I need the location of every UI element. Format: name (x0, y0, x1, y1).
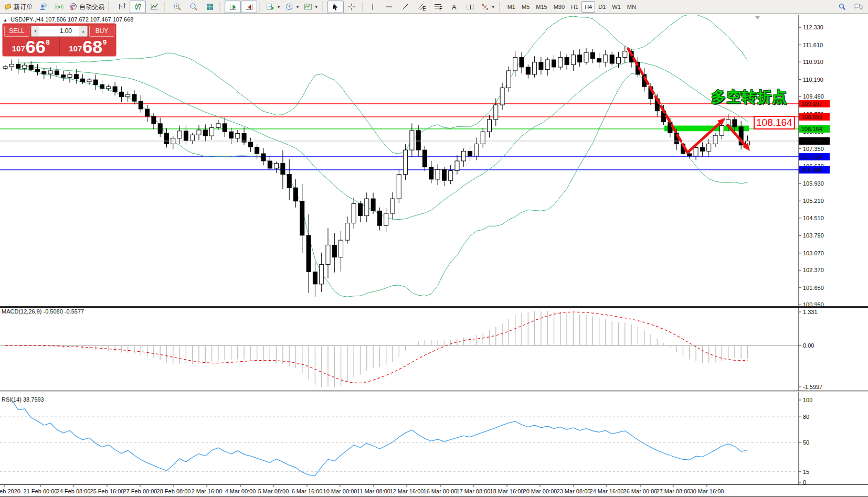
svg-text:103.790: 103.790 (803, 232, 824, 239)
svg-text:19 Feb 2020: 19 Feb 2020 (0, 488, 20, 494)
channel-button[interactable]: E (414, 1, 430, 13)
new-order-icon (4, 3, 12, 11)
fibonacci-button[interactable]: F (430, 1, 446, 13)
svg-text:20 Mar 00:00: 20 Mar 00:00 (523, 488, 557, 494)
sell-price-pips: 66 (26, 39, 46, 55)
signal-icon (55, 3, 63, 11)
tf-button-m5[interactable]: M5 (518, 1, 533, 13)
cursor-button[interactable] (327, 1, 344, 13)
volume-up-button[interactable]: ▲ (79, 26, 87, 36)
toolbar-grip (219, 2, 223, 12)
svg-text:107.668: 107.668 (801, 138, 822, 144)
trendline-button[interactable] (397, 1, 414, 13)
zoom-out-button[interactable] (185, 1, 202, 13)
clock-icon (285, 3, 293, 11)
volume-input[interactable]: 1.00 (39, 26, 79, 36)
auto-scroll-icon (229, 3, 237, 11)
svg-text:18 Mar 16:00: 18 Mar 16:00 (490, 488, 524, 494)
svg-text:25 Feb 16:00: 25 Feb 16:00 (90, 488, 124, 494)
main-chart-canvas[interactable]: 112.330111.610110.910110.190109.490108.7… (0, 15, 868, 306)
arrows-icon (481, 3, 489, 11)
buy-price-figure: 107 (69, 44, 82, 53)
trendline-icon (401, 3, 409, 11)
svg-text:2 Mar 16:00: 2 Mar 16:00 (192, 488, 223, 494)
vertical-line-icon (368, 3, 377, 11)
templates-button[interactable]: ▼ (302, 1, 321, 13)
callout-text-object[interactable]: 多空转折点 (701, 87, 787, 107)
svg-text:T: T (469, 4, 472, 10)
rsi-title: RSI(14) (2, 396, 22, 403)
fibonacci-icon: F (433, 3, 442, 11)
svg-text:-1.5997: -1.5997 (803, 384, 822, 390)
vertical-line-button[interactable] (365, 1, 381, 13)
auto-trading-button[interactable]: 自动交易 (67, 1, 107, 13)
svg-text:106.486: 106.486 (801, 167, 822, 173)
bar-chart-icon (118, 3, 126, 11)
chat-button[interactable] (850, 1, 866, 13)
line-chart-button[interactable] (146, 1, 162, 13)
svg-text:24 Feb 08:00: 24 Feb 08:00 (57, 488, 91, 494)
tf-button-m30[interactable]: M30 (551, 1, 568, 13)
svg-text:112.330: 112.330 (803, 24, 823, 30)
add-indicator-button[interactable]: ▼ (264, 1, 283, 13)
svg-text:30 Mar 16:00: 30 Mar 16:00 (690, 488, 724, 494)
time-axis[interactable]: 19 Feb 202021 Feb 00:0024 Feb 08:0025 Fe… (0, 484, 868, 497)
shapes-caret: ▼ (491, 5, 495, 9)
sell-price-button[interactable]: 107 66 8 (3, 37, 59, 56)
svg-text:4 Mar 00:00: 4 Mar 00:00 (225, 488, 256, 494)
svg-text:1.331: 1.331 (803, 309, 818, 315)
svg-text:101.650: 101.650 (803, 285, 824, 291)
svg-text:28 Feb 08:00: 28 Feb 08:00 (157, 488, 191, 494)
text-label-button[interactable]: T (462, 1, 479, 13)
text-button[interactable]: A (446, 1, 462, 13)
chart-shift-button[interactable] (241, 1, 257, 13)
tile-windows-button[interactable] (202, 1, 218, 13)
chart-title: ▲ USDJPY-,H4 107.506 107.672 107.467 107… (3, 16, 133, 23)
macd-indicator-label: MACD(12,26,9) -0.5080 -0.5577 (2, 308, 84, 315)
candlestick-chart-button[interactable] (130, 1, 146, 13)
svg-text:17 Mar 08:00: 17 Mar 08:00 (457, 488, 491, 494)
tf-button-w1[interactable]: W1 (609, 1, 624, 13)
profiles-button[interactable] (35, 1, 51, 13)
toolbar: 新订单 自动交易 (0, 0, 868, 14)
volume-down-button[interactable]: ▼ (31, 26, 39, 36)
buy-price-button[interactable]: 107 68 9 (59, 37, 117, 56)
zoom-in-button[interactable] (169, 1, 185, 13)
tf-button-h1[interactable]: H1 (568, 1, 581, 13)
svg-text:0: 0 (803, 479, 806, 484)
shapes-button[interactable]: ▼ (479, 1, 497, 13)
svg-text:F: F (439, 5, 442, 11)
tf-button-mn[interactable]: MN (624, 1, 639, 13)
svg-text:24 Mar 16:00: 24 Mar 16:00 (590, 488, 624, 494)
rsi-panel-canvas[interactable]: 1008050150 (0, 392, 868, 484)
crosshair-button[interactable] (344, 1, 360, 13)
new-order-button[interactable]: 新订单 (2, 1, 35, 13)
chart-symbol-period: USDJPY-,H4 (10, 16, 44, 23)
macd-panel-canvas[interactable]: 1.3310.00-1.5997 (0, 308, 868, 391)
price-tag-object[interactable]: 108.164 (754, 116, 795, 129)
text-label-icon: T (466, 3, 474, 11)
cursor-icon (331, 3, 340, 11)
tf-button-m1[interactable]: M1 (504, 1, 518, 13)
tf-button-d1[interactable]: D1 (595, 1, 609, 13)
sell-button[interactable]: SELL (4, 26, 29, 37)
macd-title: MACD(12,26,9) (2, 308, 41, 315)
bar-chart-button[interactable] (113, 1, 130, 13)
mt4-terminal: 新订单 自动交易 (0, 0, 868, 497)
periods-button[interactable]: ▼ (283, 1, 302, 13)
svg-text:10 Mar 00:00: 10 Mar 00:00 (323, 488, 357, 494)
auto-scroll-button[interactable] (225, 1, 241, 13)
chart-ohlc-values: 107.506 107.672 107.467 107.668 (45, 16, 133, 23)
tf-button-h4[interactable]: H4 (581, 1, 595, 13)
search-button[interactable] (834, 1, 850, 13)
channel-icon: E (417, 3, 426, 11)
collapse-triangle-icon[interactable]: ▲ (3, 18, 7, 23)
zoom-out-icon (189, 3, 198, 11)
sell-price-figure: 107 (12, 44, 25, 53)
buy-button[interactable]: BUY (89, 26, 114, 37)
signals-button[interactable] (51, 1, 67, 13)
tf-button-m15[interactable]: M15 (533, 1, 550, 13)
svg-text:6 Mar 16:00: 6 Mar 16:00 (292, 488, 323, 494)
horizontal-line-button[interactable] (381, 1, 397, 13)
chat-icon (854, 3, 863, 11)
